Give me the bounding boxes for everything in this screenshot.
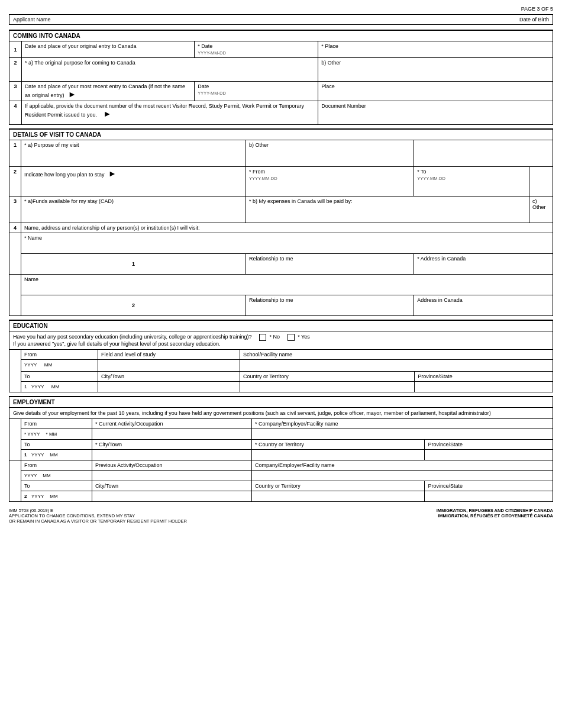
- education-table: Have you had any post secondary educatio…: [9, 331, 553, 392]
- edu-country-header: Country or Territory: [240, 372, 415, 382]
- emp-row2-from-header: From: [21, 460, 92, 471]
- emp-row2-num-outer: [9, 460, 21, 502]
- emp-row1-occ-space: [92, 429, 252, 440]
- education-question-row: Have you had any post secondary educatio…: [9, 331, 553, 350]
- emp-row1-country: * Country or Territory: [252, 440, 425, 450]
- coming-row1-label: Date and place of your original entry to…: [21, 41, 194, 58]
- details-row2-extra: [529, 167, 553, 197]
- coming-row3-num: 3: [9, 82, 22, 101]
- emp-row1-num-outer: [9, 419, 21, 460]
- edu-province-header: Province/State: [415, 372, 553, 382]
- edu-to-header: To: [21, 372, 98, 382]
- details-row3-a: * a)Funds available for my stay (CAD): [21, 197, 246, 223]
- coming-row3-label: Date and place of your most recent entry…: [21, 82, 194, 101]
- emp-row1-to-header: To: [21, 440, 92, 450]
- footer-left: IMM 5708 (06-2019) E APPLICATION TO CHAN…: [9, 508, 187, 524]
- employment-title: EMPLOYMENT: [13, 399, 55, 405]
- edu-row1-num-outer: [9, 350, 21, 392]
- coming-row1-place: * Place: [318, 41, 553, 58]
- emp-row1-city: * City/Town: [92, 440, 252, 450]
- details-row4-sub1-address: * Address in Canada: [414, 254, 553, 275]
- page-footer: IMM 5708 (06-2019) E APPLICATION TO CHAN…: [9, 508, 553, 524]
- coming-row4-num: 4: [9, 101, 22, 125]
- edu-num-1: 1: [24, 384, 27, 389]
- edu-city-space: [98, 382, 240, 392]
- footer-right-line1: IMMIGRATION, REFUGEES AND CITIZENSHIP CA…: [437, 508, 553, 513]
- edu-to-hints: 1 YYYY MM: [21, 382, 98, 392]
- employment-description: Give details of your employment for the …: [9, 408, 553, 419]
- emp-row2-to-hints: 2 YYYY MM: [21, 491, 92, 502]
- yes-checkbox[interactable]: [288, 334, 295, 341]
- edu-field-space: [98, 360, 240, 372]
- emp-row2-country: Country or Territory: [252, 481, 425, 491]
- coming-row2-num: 2: [9, 58, 22, 82]
- emp-row2-city: City/Town: [92, 481, 252, 491]
- edu-city-header: City/Town: [98, 372, 240, 382]
- emp-row2-company-space: [252, 471, 553, 481]
- emp-row1-to-label: To: [24, 442, 89, 447]
- no-checkbox[interactable]: [259, 334, 266, 341]
- coming-row3-place: Place: [318, 82, 553, 101]
- date-of-birth-label: Date of Birth: [519, 17, 549, 22]
- details-row1-num: 1: [9, 140, 21, 167]
- coming-row2-other: b) Other: [318, 58, 553, 82]
- details-row3-num: 3: [9, 197, 21, 223]
- emp-row2-company: Company/Employer/Facility name: [252, 460, 553, 471]
- edu-school-header: School/Facility name: [240, 350, 553, 360]
- details-sub2-num-cell: 2: [21, 295, 246, 316]
- details-row4-label: Name, address and relationship of any pe…: [21, 223, 553, 233]
- edu-to-label: To: [24, 373, 95, 379]
- footer-left-line1: IMM 5708 (06-2019) E: [9, 508, 187, 513]
- details-row3-c: c) Other: [529, 197, 553, 223]
- education-title: EDUCATION: [13, 323, 48, 329]
- yes-label: * Yes: [298, 334, 310, 340]
- edu-field-header: Field and level of study: [98, 350, 240, 360]
- coming-row4-label: If applicable, provide the document numb…: [21, 101, 318, 125]
- footer-left-line2: APPLICATION TO CHANGE CONDITIONS, EXTEND…: [9, 513, 187, 518]
- edu-province-space: [415, 382, 553, 392]
- details-row1-label: * a) Purpose of my visit: [21, 140, 246, 167]
- education-if-yes: If you answered "yes", give full details…: [13, 341, 221, 347]
- edu-school-space: [240, 360, 553, 372]
- emp-row1-from-hints: * YYYY * MM: [21, 429, 92, 440]
- emp-row1-city-space: [92, 450, 252, 460]
- page-number: PAGE 3 OF 5: [521, 6, 553, 12]
- emp-row1-to-hints: 1 YYYY MM: [21, 450, 92, 460]
- emp-row1-current-occ: * Current Activity/Occupation: [92, 419, 252, 429]
- emp-row1-company-space: [252, 429, 553, 440]
- edu-from-header: From: [21, 350, 98, 360]
- coming-into-canada-table: 1 Date and place of your original entry …: [9, 41, 553, 125]
- emp-row2-occ-space: [92, 471, 252, 481]
- details-row2-label: Indicate how long you plan to stay ►: [21, 167, 246, 197]
- footer-right: IMMIGRATION, REFUGEES AND CITIZENSHIP CA…: [437, 508, 553, 524]
- emp-row2-to-label: To: [24, 483, 89, 489]
- details-row3-b: * b) My expenses in Canada will be paid …: [246, 197, 529, 223]
- coming-row1-date: * Date YYYY-MM-DD: [195, 41, 318, 58]
- emp-row2-from-hints: YYYY MM: [21, 471, 92, 481]
- education-question: Have you had any post secondary educatio…: [13, 334, 252, 340]
- coming-row2-label: * a) The original purpose for coming to …: [21, 58, 318, 82]
- details-row4-num: 4: [9, 223, 21, 233]
- emp-row1-company: * Company/Employer/Facility name: [252, 419, 553, 429]
- edu-country-space: [240, 382, 415, 392]
- details-row2-to: * To YYYY-MM-DD: [414, 167, 529, 197]
- applicant-name-label: Applicant Name: [13, 17, 51, 22]
- emp-row2-city-space: [92, 491, 252, 502]
- coming-row4-doc: Document Number: [318, 101, 553, 125]
- emp-row2-prev-occ: Previous Activity/Occupation: [92, 460, 252, 471]
- emp-row2-province-space: [425, 491, 553, 502]
- details-visit-title: DETAILS OF VISIT TO CANADA: [13, 131, 101, 138]
- no-label: * No: [270, 334, 280, 340]
- footer-right-line2: IMMIGRATION, RÉFUGIÉS ET CITOYENNETÉ CAN…: [437, 513, 553, 518]
- details-row4-sub2-name: Name: [21, 275, 553, 295]
- emp-row1-from-header: From: [21, 419, 92, 429]
- details-row4-sub1-num: [9, 233, 21, 275]
- emp-row2-country-space: [252, 491, 425, 502]
- details-row4-sub2-address: Address in Canada: [414, 295, 553, 316]
- details-row4-sub1-name: * Name: [21, 233, 553, 254]
- footer-left-line3: OR REMAIN IN CANADA AS A VISITOR OR TEMP…: [9, 518, 187, 524]
- details-sub1-num-cell: 1: [21, 254, 246, 275]
- details-row2-num: 2: [9, 167, 21, 197]
- details-row4-sub2-num-outer: [9, 275, 21, 316]
- employment-table: Give details of your employment for the …: [9, 407, 553, 502]
